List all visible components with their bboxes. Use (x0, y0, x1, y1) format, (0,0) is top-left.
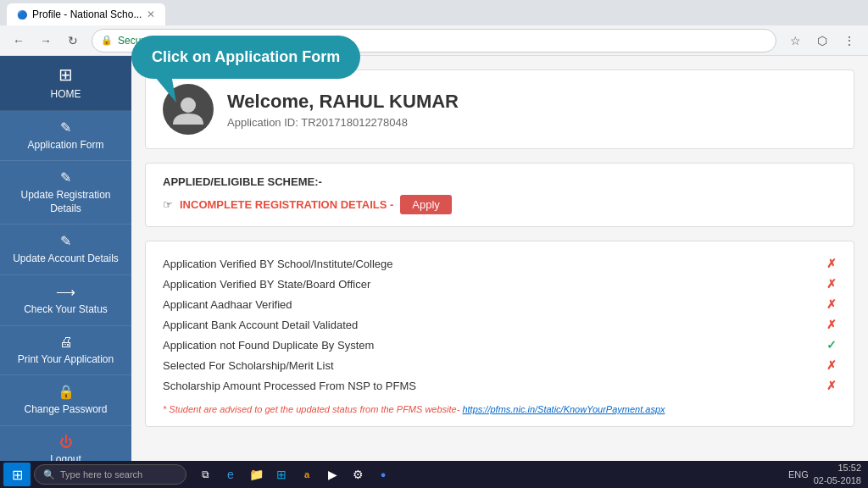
secure-icon: 🔒 (101, 35, 113, 46)
app-container: ⊞ HOME ✎ Application Form ✎ Update Regis… (0, 56, 868, 488)
status-label: Scholarship Amount Processed From NSP to… (163, 380, 416, 392)
tab-favicon: 🔵 (17, 10, 27, 19)
status-row: Scholarship Amount Processed From NSP to… (163, 375, 837, 396)
sidebar-item-check-status[interactable]: ⟶ Check Your Status (0, 275, 131, 326)
pfms-note: * Student are advised to get the updated… (163, 404, 837, 414)
sidebar-application-form-label: Application Form (27, 139, 103, 152)
application-id-label: Application ID: (227, 116, 298, 129)
status-row: Application Verified BY School/Institute… (163, 253, 837, 274)
taskbar-pinned-icons: ⧉ e 📁 ⊞ a ▶ ⚙ ● (193, 463, 395, 486)
incomplete-icon: ☞ (163, 198, 173, 211)
sidebar-check-status-label: Check Your Status (24, 303, 108, 317)
status-label: Selected For Scholarship/Merit List (163, 359, 334, 372)
url-text: https://scholarships.gov.in/dashboardPag… (155, 35, 346, 47)
status-card: Application Verified BY School/Institute… (145, 241, 854, 427)
print-icon: 🖨 (59, 335, 73, 350)
status-label: Application Verified BY State/Board Offi… (163, 278, 370, 291)
tab-title: Profile - National Scho... (32, 8, 142, 20)
update-registration-icon: ✎ (60, 169, 71, 186)
taskbar: ⊞ 🔍 Type here to search ⧉ e 📁 ⊞ a ▶ ⚙ ● … (0, 461, 868, 488)
status-icon: ✗ (826, 297, 837, 311)
taskbar-date-value: 02-05-2018 (814, 474, 861, 487)
status-row: Applicant Aadhaar Verified ✗ (163, 294, 837, 314)
pfms-link[interactable]: https://pfms.nic.in/Static/KnowYourPayme… (462, 404, 665, 414)
language-label: ENG (788, 469, 809, 480)
status-row: Applicant Bank Account Detail Validated … (163, 314, 837, 335)
status-icon: ✗ (826, 379, 837, 392)
application-form-icon: ✎ (60, 119, 71, 136)
task-view-icon[interactable]: ⧉ (193, 463, 217, 486)
sidebar-update-account-label: Update Account Details (13, 252, 119, 266)
status-label: Application not Found Duplicate By Syste… (163, 339, 374, 352)
sidebar-item-change-password[interactable]: 🔒 Change Password (0, 375, 131, 426)
search-placeholder: Type here to search (60, 469, 142, 480)
menu-button[interactable]: ⋮ (837, 29, 861, 53)
taskbar-time-value: 15:52 (814, 462, 861, 474)
sidebar-home-label: HOME (51, 88, 81, 102)
application-id: Application ID: TR201718012278048 (227, 116, 459, 129)
browser-tab[interactable]: 🔵 Profile - National Scho... ✕ (7, 3, 165, 25)
amazon-icon[interactable]: a (295, 463, 319, 486)
store-icon[interactable]: ⊞ (270, 463, 293, 486)
tab-close-button[interactable]: ✕ (147, 8, 155, 20)
scheme-title: APPLIED/ELIGIBLE SCHEME:- (163, 175, 837, 188)
sidebar-change-password-label: Change Password (24, 403, 107, 417)
status-label: Applicant Bank Account Detail Validated (163, 319, 358, 331)
status-icon: ✗ (826, 257, 837, 270)
media-icon[interactable]: ▶ (320, 463, 344, 486)
edge-icon[interactable]: e (219, 463, 242, 486)
bookmark-button[interactable]: ☆ (783, 29, 807, 53)
sidebar: ⊞ HOME ✎ Application Form ✎ Update Regis… (0, 56, 131, 488)
chrome-icon[interactable]: ● (371, 463, 395, 486)
tab-bar: 🔵 Profile - National Scho... ✕ (0, 0, 868, 25)
home-icon: ⊞ (58, 64, 73, 85)
browser-bar: ← → ↻ 🔒 Secure https://scholarships.gov.… (0, 25, 868, 56)
sidebar-item-update-registration[interactable]: ✎ Update Registration Details (0, 161, 131, 225)
start-button[interactable]: ⊞ (3, 463, 31, 486)
logout-icon: ⏻ (59, 435, 73, 450)
status-icon: ✓ (826, 338, 837, 352)
status-row: Application Verified BY State/Board Offi… (163, 274, 837, 294)
check-status-icon: ⟶ (56, 284, 75, 300)
status-icon: ✗ (826, 318, 837, 331)
extensions-button[interactable]: ⬡ (810, 29, 834, 53)
scheme-card: APPLIED/ELIGIBLE SCHEME:- ☞ INCOMPLETE R… (145, 163, 854, 227)
status-icon: ✗ (826, 277, 837, 291)
status-rows: Application Verified BY School/Institute… (163, 253, 837, 396)
address-bar[interactable]: 🔒 Secure https://scholarships.gov.in/das… (92, 29, 776, 53)
avatar-icon (172, 93, 204, 125)
refresh-button[interactable]: ↻ (61, 29, 85, 53)
welcome-text: Welcome, RAHUL KUMAR Application ID: TR2… (227, 91, 459, 129)
sidebar-print-label: Print Your Application (18, 353, 114, 367)
back-button[interactable]: ← (7, 29, 31, 53)
apply-button[interactable]: Apply (400, 195, 452, 214)
status-icon: ✗ (826, 358, 837, 372)
settings-icon[interactable]: ⚙ (346, 463, 370, 486)
forward-button[interactable]: → (34, 29, 58, 53)
incomplete-row: ☞ INCOMPLETE REGISTRATION DETAILS - Appl… (163, 195, 837, 214)
lock-icon: 🔒 (58, 384, 75, 400)
search-icon: 🔍 (43, 469, 55, 480)
status-label: Application Verified BY School/Institute… (163, 258, 392, 270)
pfms-note-text: * Student are advised to get the updated… (163, 404, 459, 414)
status-row: Application not Found Duplicate By Syste… (163, 335, 837, 355)
sidebar-update-registration-label: Update Registration Details (7, 189, 125, 215)
taskbar-search[interactable]: 🔍 Type here to search (34, 464, 186, 485)
incomplete-text: INCOMPLETE REGISTRATION DETAILS - (180, 198, 393, 211)
main-content: Welcome, RAHUL KUMAR Application ID: TR2… (131, 56, 868, 488)
application-id-value: TR201718012278048 (301, 116, 408, 129)
welcome-card: Welcome, RAHUL KUMAR Application ID: TR2… (145, 69, 854, 149)
sidebar-item-update-account[interactable]: ✎ Update Account Details (0, 225, 131, 275)
taskbar-right: ENG 15:52 02-05-2018 (788, 462, 865, 488)
sidebar-item-home[interactable]: ⊞ HOME (0, 56, 131, 111)
secure-label: Secure (118, 35, 150, 47)
browser-actions: ☆ ⬡ ⋮ (783, 29, 861, 53)
browser-controls: ← → ↻ (7, 29, 85, 53)
welcome-greeting: Welcome, RAHUL KUMAR (227, 91, 459, 113)
svg-point-0 (181, 97, 196, 113)
update-account-icon: ✎ (60, 233, 71, 249)
sidebar-item-print-application[interactable]: 🖨 Print Your Application (0, 326, 131, 376)
taskbar-clock: 15:52 02-05-2018 (814, 462, 861, 488)
sidebar-item-application-form[interactable]: ✎ Application Form (0, 111, 131, 162)
explorer-icon[interactable]: 📁 (244, 463, 268, 486)
